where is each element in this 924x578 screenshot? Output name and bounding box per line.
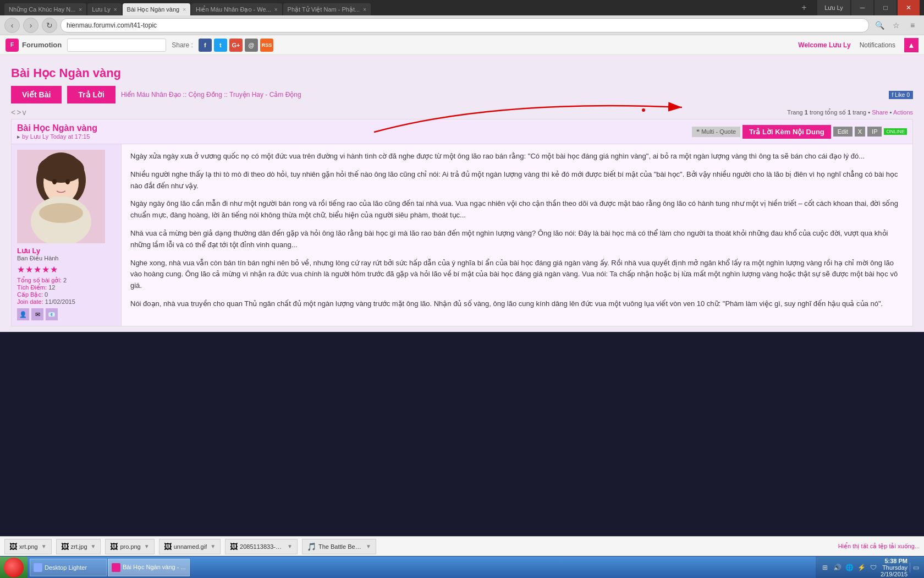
- download-item-zrt[interactable]: 🖼 zrt.jpg ▼: [56, 539, 101, 554]
- address-text: hienmau.forumvi.com/t41-topic: [67, 21, 157, 29]
- system-tray-icons: ⊞ 🔊 🌐 ⚡ 🛡: [820, 563, 878, 572]
- star-icon[interactable]: ☆: [889, 18, 903, 32]
- start-button[interactable]: [0, 557, 28, 579]
- show-all-downloads-button[interactable]: Hiển thị tất cả tệp tải xuống...: [838, 543, 920, 550]
- fm-search-box[interactable]: [67, 39, 166, 52]
- download-item-xrt[interactable]: 🖼 xrt.png ▼: [4, 539, 52, 554]
- nav-down-arrow[interactable]: v: [22, 108, 26, 117]
- ip-button[interactable]: IP: [867, 127, 882, 137]
- browser-tab-5[interactable]: Phật Tử Việt Nam - Phật...×: [283, 3, 371, 15]
- tab-close-3[interactable]: ×: [183, 7, 186, 13]
- googleplus-share-button[interactable]: G+: [229, 39, 243, 52]
- minimize-button[interactable]: ─: [851, 0, 873, 15]
- download-chevron-5[interactable]: ▼: [287, 543, 293, 549]
- twitter-share-button[interactable]: t: [214, 39, 227, 52]
- download-file-icon-6: 🎵: [307, 542, 316, 551]
- new-tab-button[interactable]: +: [798, 2, 811, 14]
- download-file-icon-4: 🖼: [164, 542, 172, 551]
- forward-button[interactable]: ›: [23, 18, 38, 33]
- share-label: Share :: [172, 41, 193, 49]
- actions-link[interactable]: Actions: [893, 109, 913, 116]
- star-3: ★: [34, 264, 41, 275]
- download-item-mp3[interactable]: 🎵 The Battle Begins - ....mp3 ▼: [302, 539, 376, 554]
- fb-like-icon: f Like: [892, 92, 905, 98]
- tray-icon-5[interactable]: 🛡: [868, 563, 878, 572]
- user-profile-icon[interactable]: 👤: [17, 308, 29, 320]
- user-stars: ★ ★ ★ ★ ★: [17, 264, 116, 275]
- tray-icon-3[interactable]: 🌐: [844, 563, 854, 572]
- back-button[interactable]: ‹: [4, 18, 20, 33]
- post-date: Today at 17:15: [50, 133, 90, 140]
- share-link[interactable]: Share: [872, 109, 888, 116]
- download-chevron-4[interactable]: ▼: [210, 543, 216, 549]
- tray-icon-2[interactable]: 🔊: [832, 563, 842, 572]
- download-chevron-6[interactable]: ▼: [366, 543, 371, 549]
- show-desktop-button[interactable]: ▭: [910, 563, 920, 572]
- page-current: 1: [805, 109, 808, 116]
- download-chevron-1[interactable]: ▼: [41, 543, 47, 549]
- avatar-image: [17, 150, 105, 243]
- user-action-icons: 👤 ✉ 📧: [17, 308, 116, 320]
- browser-tab-1[interactable]: Những Ca Khúc Hay N...×: [4, 3, 86, 15]
- user-panel: Lưu Ly Ban Điều Hành ★ ★ ★ ★ ★ Tổng số b…: [12, 144, 122, 326]
- viet-bai-button[interactable]: Viết Bài: [11, 86, 62, 103]
- download-bar: 🖼 xrt.png ▼ 🖼 zrt.jpg ▼ 🖼 pro.png ▼ 🖼 un…: [0, 536, 924, 556]
- download-item-unnamed[interactable]: 🖼 unnamed.gif ▼: [159, 539, 221, 554]
- user-stats: Tổng số bài gởi: 2 Tích Điểm: 12 Cấp Bậc…: [17, 277, 116, 305]
- taskbar-item-forum[interactable]: Bài Học Ngàn vàng - ...: [108, 559, 190, 576]
- facebook-share-button[interactable]: f: [199, 39, 212, 52]
- tab-close-4[interactable]: ×: [274, 7, 278, 13]
- browser-tab-2[interactable]: Lưu Ly×: [87, 3, 121, 15]
- user-role: Ban Điều Hành: [17, 255, 116, 262]
- browser-tab-3[interactable]: Bài Học Ngàn vàng×: [123, 3, 191, 15]
- rss-share-button[interactable]: RSS: [260, 39, 273, 52]
- fm-search-input[interactable]: [72, 42, 161, 48]
- user-pm-icon[interactable]: ✉: [31, 308, 43, 320]
- taskbar-item-desktop-lighter[interactable]: Desktop Lighter: [30, 559, 107, 576]
- tray-icon-1[interactable]: ⊞: [820, 563, 830, 572]
- search-icon[interactable]: 🔍: [872, 18, 887, 32]
- download-item-pro[interactable]: 🖼 pro.png ▼: [105, 539, 154, 554]
- menu-icon[interactable]: ≡: [905, 18, 920, 32]
- taskbar-right: ⊞ 🔊 🌐 ⚡ 🛡 5:38 PM Thursday 2/19/2015 ▭: [816, 557, 924, 578]
- fb-like-box[interactable]: f Like 0: [889, 91, 913, 99]
- social-icons: f t G+ @ RSS: [199, 39, 273, 52]
- fm-arrow-button[interactable]: ▲: [904, 38, 919, 52]
- post-author[interactable]: Lưu Ly: [30, 133, 49, 140]
- pagination-row: < > v Trang 1 trong tổng số 1 trang • Sh…: [11, 107, 913, 119]
- nav-right-arrow[interactable]: >: [16, 108, 21, 117]
- restore-button[interactable]: □: [875, 0, 897, 15]
- multi-quote-button[interactable]: ❝ Multi - Quote: [692, 127, 740, 137]
- browser-tab-4[interactable]: Hiển Máu Nhân Đạo - We...×: [191, 3, 282, 15]
- delete-button[interactable]: X: [855, 127, 865, 137]
- post-paragraph-1: Ngày xửa ngày xưa ở vương quốc nọ có một…: [130, 151, 904, 162]
- user-avatar: [17, 150, 105, 243]
- fm-logo-icon: F: [6, 39, 19, 52]
- email-share-button[interactable]: @: [245, 39, 258, 52]
- luu-ly-label: Lưu Ly: [817, 0, 850, 15]
- download-file-icon: 🖼: [9, 542, 17, 551]
- tab-close-1[interactable]: ×: [79, 7, 82, 13]
- address-bar[interactable]: hienmau.forumvi.com/t41-topic: [61, 18, 869, 32]
- close-button[interactable]: ✕: [898, 0, 920, 15]
- download-filename-4: unnamed.gif: [174, 543, 207, 550]
- nav-left-arrow[interactable]: <: [11, 108, 15, 117]
- post-meta: ▸ by Lưu Ly Today at 17:15: [17, 133, 97, 140]
- tab-close-5[interactable]: ×: [363, 7, 366, 13]
- svg-point-6: [39, 203, 83, 223]
- download-chevron-3[interactable]: ▼: [144, 543, 150, 549]
- download-chevron-2[interactable]: ▼: [91, 543, 96, 549]
- quote-icon: ❝: [696, 128, 700, 135]
- edit-button[interactable]: Edit: [833, 127, 853, 137]
- notifications-button[interactable]: Notifications: [860, 41, 895, 49]
- download-item-krongan[interactable]: 🖼 2085113833-krongan....jpg ▼: [225, 539, 298, 554]
- tra-loi-button[interactable]: Trả Lời: [67, 86, 116, 103]
- tab-close-2[interactable]: ×: [114, 7, 117, 13]
- tray-icon-4[interactable]: ⚡: [856, 563, 866, 572]
- post-paragraph-5: Nghe xong, nhà vua vẫn còn bán tín bán n…: [130, 258, 904, 292]
- user-email-icon[interactable]: 📧: [46, 308, 58, 320]
- refresh-button[interactable]: ↻: [42, 18, 57, 33]
- user-name[interactable]: Lưu Ly: [17, 247, 116, 255]
- download-file-icon-5: 🖼: [230, 542, 238, 551]
- tra-loi-kem-noi-dung-button[interactable]: Trả Lời Kèm Nội Dung: [743, 125, 831, 139]
